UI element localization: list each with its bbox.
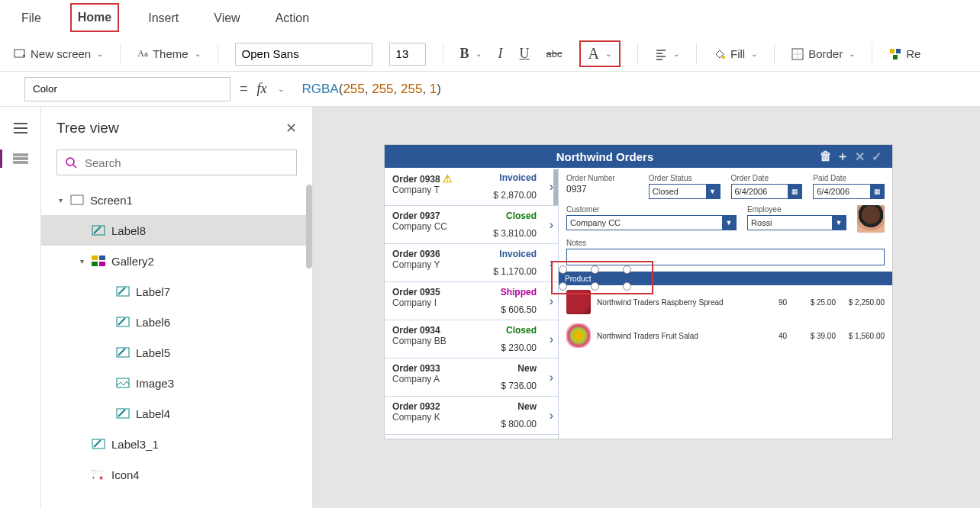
order-detail: Order Number 0937 Order Status Closed▼ O… xyxy=(559,168,892,439)
app-preview: Northwind Orders 🗑 ＋ ✕ ✓ Order 0938 ⚠ Co… xyxy=(385,145,892,439)
tree-node-screen1[interactable]: ▾Screen1 xyxy=(41,185,312,215)
add-icon[interactable]: ＋ xyxy=(834,149,851,165)
menu-view[interactable]: View xyxy=(208,5,246,31)
theme-icon: Aa xyxy=(137,48,148,59)
icons-icon: ♡♡+★ xyxy=(92,468,105,481)
tree-node-label4[interactable]: Label4 xyxy=(41,398,312,429)
product-name: Northwind Traders Fruit Salad xyxy=(597,332,738,340)
order-row[interactable]: Order 0936 Company Y Invoiced $ 1,170.00… xyxy=(385,244,558,282)
search-icon xyxy=(65,156,77,169)
italic-button[interactable]: I xyxy=(498,46,503,62)
underline-button[interactable]: U xyxy=(520,46,530,62)
resize-handle[interactable] xyxy=(559,282,567,291)
resize-handle[interactable] xyxy=(623,265,631,274)
tree-scrollbar[interactable] xyxy=(306,185,312,268)
fill-button[interactable]: Fill⌄ xyxy=(714,47,757,60)
menu-insert[interactable]: Insert xyxy=(142,5,185,31)
image-icon xyxy=(116,376,130,390)
orders-list[interactable]: Order 0938 ⚠ Company T Invoiced $ 2,870.… xyxy=(385,168,559,439)
tree-search-input[interactable] xyxy=(85,156,289,169)
paid-date-field[interactable]: 6/4/2006▦ xyxy=(813,184,885,199)
tree-node-label5[interactable]: Label5 xyxy=(41,337,312,368)
fill-label: Fill xyxy=(730,47,745,60)
tree-node-image3[interactable]: Image3 xyxy=(41,368,312,398)
order-row[interactable]: Order 0938 ⚠ Company T Invoiced $ 2,870.… xyxy=(385,168,558,206)
tree-node-label6[interactable]: Label6 xyxy=(41,307,312,337)
tree-node-gallery2[interactable]: ▾Gallery2 xyxy=(41,246,312,276)
order-row[interactable]: Order 0934 Company BB Closed $ 230.00 › xyxy=(385,320,558,358)
chevron-right-icon: › xyxy=(550,333,553,346)
svg-rect-19 xyxy=(117,378,129,387)
formula-expression[interactable]: RGBA(255, 255, 255, 1) xyxy=(302,81,441,97)
strikethrough-button[interactable]: abc xyxy=(546,48,563,59)
employee-field[interactable]: Rossi▼ xyxy=(747,215,846,230)
tree-list[interactable]: ▾Screen1Label8▾Gallery2Label7Label6Label… xyxy=(41,185,312,508)
svg-rect-3 xyxy=(890,49,895,53)
product-price: $ 39.00 xyxy=(793,332,836,340)
confirm-icon[interactable]: ✓ xyxy=(868,150,885,164)
theme-button[interactable]: Aa Theme⌄ xyxy=(137,47,200,60)
trash-icon[interactable]: 🗑 xyxy=(817,150,834,163)
cancel-icon[interactable]: ✕ xyxy=(851,150,868,164)
menu-home[interactable]: Home xyxy=(70,3,119,32)
order-date-field[interactable]: 6/4/2006▦ xyxy=(731,184,803,199)
menu-action[interactable]: Action xyxy=(269,5,315,31)
order-row[interactable]: Order 0937 Company CC Closed $ 3,810.00 … xyxy=(385,206,558,244)
font-name-select[interactable] xyxy=(235,43,372,66)
product-row[interactable]: Northwind Traders Fruit Salad 40 $ 39.00… xyxy=(566,319,885,352)
new-screen-button[interactable]: New screen⌄ xyxy=(14,47,103,60)
menu-file[interactable]: File xyxy=(15,5,47,31)
property-select[interactable] xyxy=(24,77,230,101)
tree-view-rail-icon[interactable] xyxy=(13,153,28,165)
font-color-button[interactable]: A⌄ xyxy=(579,40,621,67)
warning-icon: ⚠ xyxy=(443,172,453,185)
order-status-field[interactable]: Closed▼ xyxy=(649,184,720,199)
product-row[interactable]: Northwind Traders Raspberry Spread 90 $ … xyxy=(566,285,885,319)
order-row[interactable]: Order 0935 Company I Shipped $ 606.50 › xyxy=(385,282,558,320)
svg-rect-15 xyxy=(99,262,105,266)
reorder-button[interactable]: Re xyxy=(889,47,920,60)
theme-label: Theme xyxy=(153,47,189,60)
tree-node-label: Label7 xyxy=(136,285,170,298)
hamburger-icon[interactable] xyxy=(13,122,28,134)
tree-node-icon4[interactable]: ♡♡+★Icon4 xyxy=(41,459,312,490)
order-row[interactable]: Order 0932 Company K New $ 800.00 › xyxy=(385,397,558,435)
equals-sign: = xyxy=(240,81,248,97)
resize-handle[interactable] xyxy=(559,265,567,274)
svg-rect-7 xyxy=(13,157,28,160)
calendar-icon[interactable]: ▦ xyxy=(870,185,884,198)
tree-node-label3_1[interactable]: Label3_1 xyxy=(41,429,312,459)
employee-label: Employee xyxy=(747,205,846,214)
tree-node-label8[interactable]: Label8 xyxy=(41,215,312,246)
left-rail xyxy=(0,107,41,508)
chevron-right-icon: › xyxy=(550,294,553,308)
font-size-select[interactable] xyxy=(389,43,426,66)
fx-button[interactable]: fx xyxy=(257,81,267,97)
product-name: Northwind Traders Raspberry Spread xyxy=(597,298,738,307)
bold-button[interactable]: B⌄ xyxy=(460,46,482,62)
svg-text:+: + xyxy=(92,474,95,480)
label-icon xyxy=(116,346,130,359)
notes-label: Notes xyxy=(566,239,885,247)
order-row[interactable]: Order 0933 Company A New $ 736.00 › xyxy=(385,358,558,397)
svg-rect-4 xyxy=(896,49,901,53)
align-icon xyxy=(655,48,667,60)
formula-bar: = fx⌄ RGBA(255, 255, 255, 1) xyxy=(0,72,980,107)
resize-handle[interactable] xyxy=(591,265,599,274)
resize-handle[interactable] xyxy=(591,282,599,291)
notes-field[interactable] xyxy=(566,249,885,265)
close-icon[interactable]: ✕ xyxy=(285,120,297,137)
border-button[interactable]: Border⌄ xyxy=(791,47,855,60)
align-button[interactable]: ⌄ xyxy=(655,48,679,60)
canvas[interactable]: Northwind Orders 🗑 ＋ ✕ ✓ Order 0938 ⚠ Co… xyxy=(313,107,980,508)
chevron-right-icon: › xyxy=(550,371,553,384)
calendar-icon[interactable]: ▦ xyxy=(788,185,801,198)
svg-rect-8 xyxy=(13,161,28,164)
tree-view-panel: Tree view ✕ ▾Screen1Label8▾Gallery2Label… xyxy=(41,107,313,508)
customer-field[interactable]: Company CC▼ xyxy=(566,215,737,230)
tree-node-label7[interactable]: Label7 xyxy=(41,276,312,307)
resize-handle[interactable] xyxy=(623,282,631,291)
tree-search[interactable] xyxy=(56,150,297,175)
label-icon xyxy=(116,285,130,298)
product-qty: 90 xyxy=(744,298,787,307)
